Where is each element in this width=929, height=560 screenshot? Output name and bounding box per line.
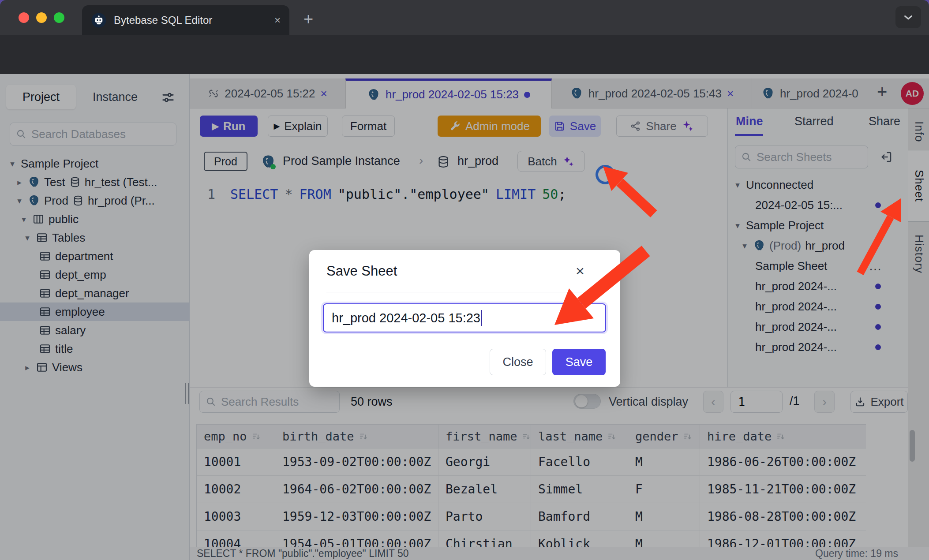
save-sheet-dialog: Save Sheet × hr_prod 2024-02-05 15:23 Cl… (309, 250, 620, 387)
dialog-title: Save Sheet (326, 263, 397, 279)
traffic-close-button[interactable] (19, 12, 29, 23)
dialog-close-button[interactable]: Close (490, 349, 546, 375)
divider (326, 292, 603, 292)
tab-close-icon[interactable]: × (274, 14, 281, 26)
browser-tab[interactable]: Bytebase SQL Editor × (82, 5, 289, 35)
dialog-save-button[interactable]: Save (552, 349, 606, 375)
dialog-close-icon[interactable]: × (576, 262, 584, 280)
window-chevron-icon[interactable] (895, 6, 921, 28)
new-tab-icon[interactable]: + (303, 10, 313, 29)
browser-toolbar: ← → localhost:8080/sql-editor/prod-sampl… (0, 35, 929, 74)
traffic-minimize-button[interactable] (36, 12, 47, 23)
browser-tab-title: Bytebase SQL Editor (114, 14, 267, 26)
browser-tabstrip: Bytebase SQL Editor × + (0, 0, 929, 35)
traffic-zoom-button[interactable] (54, 12, 64, 23)
text-caret (481, 310, 482, 326)
bytebase-favicon-icon (91, 12, 107, 28)
screen: Bytebase SQL Editor × + ← → localhost:80… (0, 0, 929, 560)
sheet-name-value: hr_prod 2024-02-05 15:23 (332, 311, 480, 325)
sheet-name-input[interactable]: hr_prod 2024-02-05 15:23 (323, 303, 606, 332)
